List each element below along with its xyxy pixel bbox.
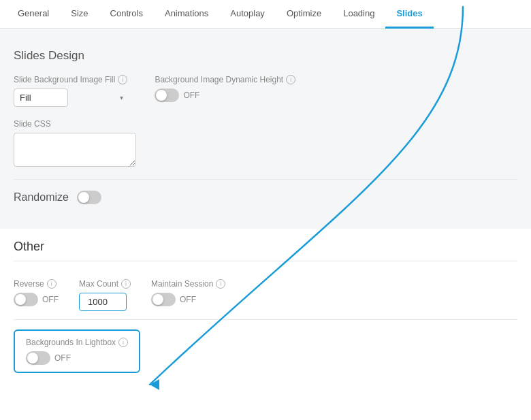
randomize-section: Randomize [14,179,517,215]
slide-bg-fill-info-icon[interactable]: i [118,75,127,84]
lightbox-info-icon[interactable]: i [118,338,128,347]
tab-general[interactable]: General [7,0,60,29]
other-section: Other Reverse i OF [0,229,531,391]
lightbox-box: Backgrounds In Lightbox i OFF [14,329,140,373]
slide-css-textarea[interactable] [14,133,136,167]
lightbox-toggle[interactable] [26,351,50,365]
reverse-off-label: OFF [42,295,59,304]
bg-dynamic-height-off-label: OFF [183,91,199,100]
tab-size[interactable]: Size [60,0,99,29]
slide-bg-fill-field: Slide Background Image Fill i Fill Fit S… [14,75,127,107]
reverse-info-icon[interactable]: i [47,279,57,289]
bg-dynamic-height-toggle-wrapper: OFF [155,88,295,102]
slides-design-section: Slides Design Slide Background Image Fil… [14,42,517,229]
tab-controls[interactable]: Controls [99,0,154,29]
lightbox-off-label: OFF [54,353,71,363]
reverse-group: Reverse i OFF [14,279,59,306]
controls-row: Reverse i OFF [14,271,517,320]
maintain-session-info-icon[interactable]: i [216,279,225,289]
maintain-session-label: Maintain Session i [151,279,225,289]
slide-css-label: Slide CSS [14,119,136,129]
lightbox-label: Backgrounds In Lightbox i [26,338,128,347]
reverse-toggle-wrapper: OFF [14,293,59,306]
tab-animations[interactable]: Animations [154,0,219,29]
randomize-toggle[interactable] [77,191,101,204]
main-content: Slides Design Slide Background Image Fil… [0,29,531,391]
maintain-session-toggle[interactable] [151,293,176,306]
tab-autoplay[interactable]: Autoplay [219,0,276,29]
maintain-session-off-label: OFF [180,295,196,304]
max-count-input[interactable] [79,293,127,311]
max-count-info-icon[interactable]: i [121,279,131,289]
max-count-label: Max Count i [79,279,131,289]
form-row-bg: Slide Background Image Fill i Fill Fit S… [14,75,517,107]
max-count-group: Max Count i [79,279,131,311]
tab-optimize[interactable]: Optimize [276,0,332,29]
reverse-toggle[interactable] [14,293,38,306]
bg-dynamic-height-info-icon[interactable]: i [286,75,295,84]
lightbox-toggle-wrapper: OFF [26,351,128,365]
slide-bg-fill-label: Slide Background Image Fill i [14,75,127,84]
chevron-down-icon: ▾ [120,94,123,101]
nav-tabs: General Size Controls Animations Autopla… [0,0,531,29]
randomize-toggle-wrapper [77,191,101,204]
bg-dynamic-height-field: Background Image Dynamic Height i OFF [155,75,295,102]
maintain-session-toggle-wrapper: OFF [151,293,225,306]
slide-bg-fill-select-wrapper: Fill Fit Stretch Center Tile ▾ [14,88,127,107]
maintain-session-group: Maintain Session i OFF [151,279,225,306]
form-row-css: Slide CSS [14,119,517,167]
lightbox-section: Backgrounds In Lightbox i OFF [14,320,517,380]
slide-css-field: Slide CSS [14,119,136,167]
slide-bg-fill-select[interactable]: Fill Fit Stretch Center Tile [14,88,68,107]
tab-slides[interactable]: Slides [385,0,433,29]
other-title: Other [14,240,517,261]
tab-loading[interactable]: Loading [332,0,385,29]
reverse-label: Reverse i [14,279,59,289]
bg-dynamic-height-toggle[interactable] [155,88,179,102]
page-wrapper: General Size Controls Animations Autopla… [0,0,531,391]
bg-dynamic-height-label: Background Image Dynamic Height i [155,75,295,84]
slides-design-title: Slides Design [14,49,517,63]
randomize-label: Randomize [14,191,69,204]
